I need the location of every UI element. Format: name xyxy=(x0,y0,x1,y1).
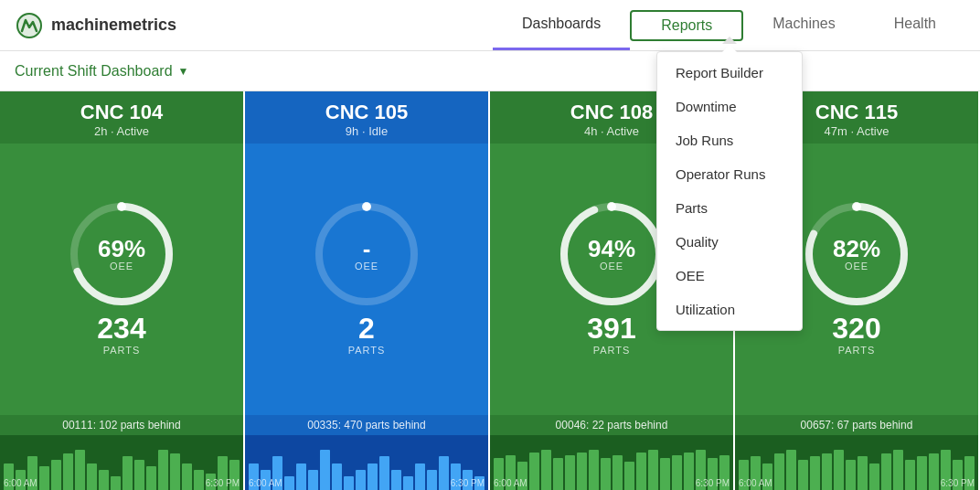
logo-regular: machine xyxy=(51,16,118,34)
chart-bar xyxy=(774,453,784,490)
chart-bar xyxy=(122,456,133,490)
oee-value: - xyxy=(355,237,378,261)
chart-bar xyxy=(869,463,879,490)
card-header: CNC 104 2h · Active xyxy=(0,91,243,144)
dropdown-item-report-builder[interactable]: Report Builder xyxy=(657,56,802,90)
chart-bar xyxy=(391,470,401,490)
chart-bar xyxy=(39,466,49,490)
chart-bar xyxy=(87,463,97,490)
dropdown-item-oee[interactable]: OEE xyxy=(657,259,802,293)
parts-value: 391 xyxy=(587,313,635,345)
chart-time-start: 6:00 AM xyxy=(494,478,527,488)
chart-bar xyxy=(134,460,144,490)
chart-bar xyxy=(368,463,378,490)
chart-bar xyxy=(810,456,820,490)
chart-bar xyxy=(858,456,868,490)
dashboard-selector-label: Current Shift Dashboard xyxy=(15,63,173,80)
chart-bar xyxy=(63,453,73,490)
chart-bar xyxy=(905,460,915,490)
dropdown-item-parts[interactable]: Parts xyxy=(657,191,802,225)
chart-bar xyxy=(332,463,342,490)
logo-text: machinemetrics xyxy=(51,16,176,35)
machine-status: 2h · Active xyxy=(7,124,236,138)
gauge-container: - OEE xyxy=(312,199,421,309)
chart-bar xyxy=(917,456,927,490)
chart-bar xyxy=(194,470,204,490)
card-body: - OEE 2 PARTS xyxy=(245,144,488,415)
dropdown-item-utilization[interactable]: Utilization xyxy=(657,293,802,326)
chart-bar xyxy=(344,476,354,490)
card-body: 69% OEE 234 PARTS xyxy=(0,144,243,415)
machine-name: CNC 105 xyxy=(252,101,481,124)
chart-bar xyxy=(379,456,389,490)
dropdown-item-quality[interactable]: Quality xyxy=(657,225,802,259)
logo-bold: metrics xyxy=(118,16,176,34)
tab-health[interactable]: Health xyxy=(865,0,965,50)
parts-value: 234 xyxy=(97,313,145,345)
chart-time-end: 6:30 PM xyxy=(206,478,240,488)
chart-bar xyxy=(182,463,192,490)
chart-bar xyxy=(929,453,939,490)
chart-bar xyxy=(660,458,670,490)
dropdown-item-job-runs[interactable]: Job Runs xyxy=(657,123,802,157)
machine-card-cnc-105[interactable]: CNC 105 9h · Idle - OEE 2 PARTS 00335: 4… xyxy=(245,91,490,490)
chart-bar xyxy=(636,453,646,490)
chart-bar xyxy=(881,453,891,490)
chart-bar xyxy=(672,455,682,490)
chart-bar xyxy=(553,458,563,490)
chart-time-end: 6:30 PM xyxy=(451,478,485,488)
card-chart: 6:00 AM 6:30 PM xyxy=(245,435,488,490)
gauge-container: 69% OEE xyxy=(67,199,176,309)
chart-bar xyxy=(51,460,61,490)
chart-bar xyxy=(439,456,449,490)
chart-bar xyxy=(893,450,903,490)
chart-bar xyxy=(589,450,599,490)
card-footer: 00046: 22 parts behind xyxy=(490,415,733,435)
chart-bar xyxy=(320,450,330,490)
chart-bar xyxy=(415,463,425,490)
logo-icon xyxy=(15,11,44,40)
gauge-container: 94% OEE xyxy=(557,199,666,309)
logo-area: machinemetrics xyxy=(15,11,176,40)
chart-bar xyxy=(158,450,168,490)
chart-bar xyxy=(601,458,611,490)
chart-bar xyxy=(577,453,587,490)
dashboard-selector[interactable]: Current Shift Dashboard ▼ xyxy=(15,63,188,80)
gauge-center: 69% OEE xyxy=(98,237,145,272)
card-footer: 00657: 67 parts behind xyxy=(735,415,978,435)
machine-cards-container: CNC 104 2h · Active 69% OEE 234 PARTS 00… xyxy=(0,91,980,490)
tab-dashboards[interactable]: Dashboards xyxy=(493,0,630,50)
chart-bar xyxy=(284,476,294,490)
chart-bar xyxy=(624,462,634,490)
header: machinemetrics Dashboards Reports Machin… xyxy=(0,0,980,51)
chart-bar xyxy=(798,460,808,490)
chart-bar xyxy=(296,463,306,490)
chart-bar xyxy=(822,453,832,490)
chart-bar xyxy=(99,470,109,490)
chart-bar xyxy=(170,453,180,490)
chart-bar xyxy=(786,450,796,490)
dropdown-item-operator-runs[interactable]: Operator Runs xyxy=(657,157,802,191)
dropdown-arrow-up xyxy=(722,45,737,52)
chart-bar xyxy=(111,476,121,490)
chart-time-end: 6:30 PM xyxy=(696,478,730,488)
card-chart: 6:00 AM 6:30 PM xyxy=(735,435,978,490)
parts-label: PARTS xyxy=(838,345,876,356)
parts-value: 2 xyxy=(358,313,375,345)
chart-bar xyxy=(308,470,318,490)
card-footer: 00335: 470 parts behind xyxy=(245,415,488,435)
subheader: Current Shift Dashboard ▼ xyxy=(0,51,980,91)
tab-machines[interactable]: Machines xyxy=(743,0,864,50)
gauge-container: 82% OEE xyxy=(802,199,911,309)
machine-card-cnc-104[interactable]: CNC 104 2h · Active 69% OEE 234 PARTS 00… xyxy=(0,91,245,490)
dropdown-item-downtime[interactable]: Downtime xyxy=(657,90,802,123)
oee-value: 69% xyxy=(98,237,145,261)
card-footer: 00111: 102 parts behind xyxy=(0,415,243,435)
parts-label: PARTS xyxy=(593,345,631,356)
chart-bar xyxy=(846,460,856,490)
parts-label: PARTS xyxy=(103,345,141,356)
dropdown-chevron-icon: ▼ xyxy=(178,65,189,78)
oee-value: 94% xyxy=(588,237,635,261)
svg-point-10 xyxy=(607,202,616,211)
gauge-center: 94% OEE xyxy=(588,237,635,272)
